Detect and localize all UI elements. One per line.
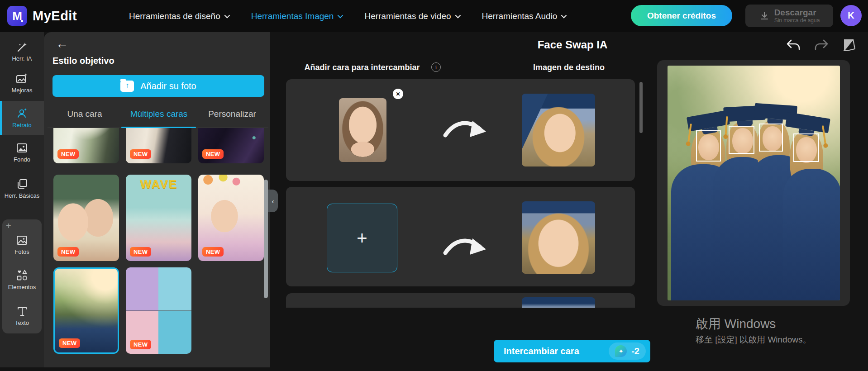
source-face-image[interactable] [339,98,386,162]
style-thumbnail[interactable]: NEW [126,128,191,163]
face-detection-box [759,124,783,152]
canvas-preview-card [657,60,850,306]
rail-item-enhance[interactable]: Mejoras [0,73,44,94]
watermark-line-2: 移至 [設定] 以啟用 Windows。 [696,334,811,346]
add-face-dropzone[interactable]: + [327,204,397,272]
compare-icon[interactable] [841,37,858,53]
swap-arrow-icon [443,115,488,145]
target-preview-image [668,66,840,300]
rail-item-basic-tools[interactable]: Herr. Básicas [0,178,44,199]
download-icon [759,10,770,21]
style-tabs: Una cara Múltiples caras Personalizar [44,105,270,128]
history-bar [785,37,858,53]
photos-icon [16,234,28,246]
new-badge: NEW [130,149,151,159]
swap-face-button[interactable]: Intercambiar cara ✦ -2 [494,340,650,362]
swap-arrow-icon [443,233,488,263]
face-swap-row: + [286,187,635,286]
new-badge: NEW [59,338,80,348]
nav-video-tools[interactable]: Herramientas de video [364,11,459,21]
style-thumbnail-selected[interactable]: NEW [53,267,119,354]
main-nav: Herramientas de diseño Herramientas Imag… [129,0,565,32]
rail-item-ai-tools[interactable]: Herr. IA [0,41,44,62]
background-image-icon [16,142,28,154]
credit-token-icon: ✦ [615,345,627,357]
layers-icon [16,178,28,190]
face-swap-row-partial [286,293,635,308]
rail-item-elements[interactable]: Elementos [2,269,42,290]
new-badge: NEW [130,247,151,257]
swap-list-scrollbar[interactable] [639,82,643,133]
top-navbar: M MyEdit Herramientas de diseño Herramie… [0,0,868,32]
panel-scrollbar[interactable] [264,180,268,298]
back-arrow-icon[interactable]: ← [56,38,68,50]
panel-heading: Estilo objetivo [52,56,114,66]
credit-cost-chip: ✦ -2 [609,342,646,360]
myedit-logo[interactable]: M MyEdit [7,6,77,26]
face-detection-box [793,133,819,162]
portrait-icon [16,107,28,119]
page-title: Face Swap IA [498,38,647,51]
target-column-label: Imagen de destino [501,63,637,72]
style-thumbnail[interactable]: WAVE NEW [126,175,191,261]
new-badge: NEW [130,340,151,349]
plus-icon: + [357,229,367,247]
undo-icon[interactable] [785,38,801,53]
rail-item-background[interactable]: Fondo [0,142,44,163]
library-group: + Fotos Elementos Texto [2,219,42,333]
target-face-image [522,94,595,166]
tool-rail: Herr. IA Mejoras Retrato Fondo Herr. Bás… [0,32,44,367]
shapes-icon [16,269,28,281]
wave-cover-text: WAVE [126,177,191,191]
chevron-down-icon [224,13,230,19]
style-thumbnail[interactable]: NEW [53,128,119,163]
watermark-line-1: 啟用 Windows [696,316,811,332]
app-window: M MyEdit Herramientas de diseño Herramie… [0,0,868,371]
style-thumbnail[interactable]: NEW [53,175,119,261]
source-column-label: Añadir cara para intercambiar [294,63,430,72]
style-thumbnail[interactable]: NEW [198,175,264,261]
myedit-logo-text: MyEdit [33,9,77,24]
download-button[interactable]: Descargar Sin marca de agua [745,5,833,27]
remove-face-icon[interactable]: ✕ [393,89,403,99]
user-avatar[interactable]: K [840,5,862,26]
style-grid: NEW NEW NEW NEW WAVE NEW NEW NEW NEW [44,128,270,367]
target-face-image [522,201,595,274]
rail-item-photos[interactable]: Fotos [2,234,42,255]
new-badge: NEW [57,149,79,159]
style-thumbnail[interactable]: NEW [198,128,264,163]
windows-activation-watermark: 啟用 Windows 移至 [設定] 以啟用 Windows。 [696,316,811,346]
panel-collapse-handle[interactable]: ‹ [268,190,278,212]
myedit-logo-icon: M [7,6,27,26]
nav-image-tools[interactable]: Herramientas Imagen [251,11,342,21]
chevron-down-icon [338,13,343,19]
new-badge: NEW [202,247,224,257]
credit-cost: -2 [631,346,639,357]
target-face-image [522,297,595,308]
redo-icon[interactable] [813,38,830,53]
download-label: Descargar [774,8,820,18]
nav-design-tools[interactable]: Herramientas de diseño [129,11,229,21]
upload-folder-icon [120,81,134,92]
nav-audio-tools[interactable]: Herramientas Audio [482,11,566,21]
get-credits-button[interactable]: Obtener créditos [631,5,732,26]
info-icon[interactable]: i [431,62,441,72]
face-swap-row: ✕ [286,79,635,181]
download-sublabel: Sin marca de agua [774,18,820,24]
rail-item-text[interactable]: Texto [2,305,42,326]
magic-wand-icon [16,41,28,53]
style-panel: ← Estilo objetivo Añadir su foto Una car… [44,32,270,367]
tab-multiple-faces[interactable]: Múltiples caras [130,109,188,119]
chevron-down-icon [455,13,461,19]
chevron-down-icon [561,13,567,19]
new-badge: NEW [57,247,79,257]
add-your-photo-button[interactable]: Añadir su foto [52,75,264,97]
face-detection-box [729,126,754,154]
rail-item-portrait[interactable]: Retrato [0,101,44,135]
plus-icon[interactable]: + [6,221,11,231]
new-badge: NEW [202,149,224,159]
style-thumbnail[interactable]: NEW [126,267,191,354]
tab-one-face[interactable]: Una cara [67,109,102,119]
text-icon [16,305,28,317]
tab-customize[interactable]: Personalizar [208,109,256,119]
